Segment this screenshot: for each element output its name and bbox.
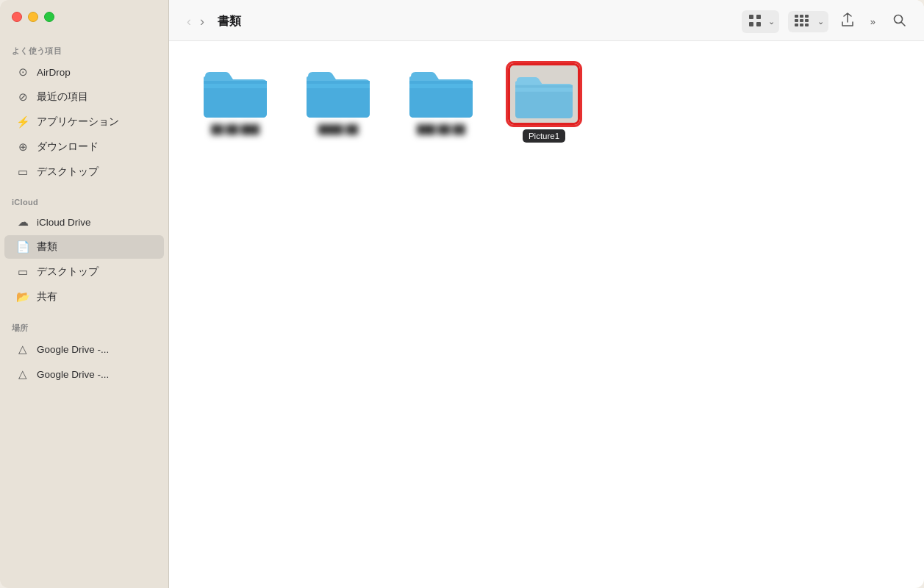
forward-button[interactable]: › (197, 12, 207, 31)
applications-icon: ⚡ (16, 115, 29, 129)
svg-rect-5 (800, 15, 803, 18)
google-drive-2-icon: △ (16, 368, 29, 381)
svg-line-14 (902, 23, 906, 26)
svg-rect-12 (805, 24, 809, 26)
file-grid: ██ ██ ███ ████ ██ ███ ██ █ (169, 41, 924, 588)
folder-icon-1 (202, 63, 268, 118)
recents-label: 最近の項目 (37, 90, 88, 104)
google-drive-1-label: Google Drive -... (37, 344, 109, 355)
svg-rect-9 (805, 19, 809, 22)
view-list-chevron-down[interactable]: ⌄ (816, 15, 825, 28)
folder-label-2: ████ ██ (318, 124, 358, 135)
svg-rect-8 (800, 19, 803, 22)
svg-rect-11 (800, 24, 803, 26)
nav-buttons: ‹ › (184, 12, 207, 31)
sidebar-item-google-drive-2[interactable]: △ Google Drive -... (4, 362, 164, 386)
folder-item-1[interactable]: ██ ██ ███ (198, 63, 272, 143)
toolbar-title: 書類 (218, 14, 241, 29)
downloads-label: ダウンロード (37, 140, 99, 154)
svg-rect-6 (805, 15, 809, 18)
icloud-drive-label: iCloud Drive (37, 217, 91, 228)
downloads-icon: ⊕ (16, 140, 29, 154)
sidebar-item-downloads[interactable]: ⊕ ダウンロード (4, 135, 164, 159)
sidebar-item-applications[interactable]: ⚡ アプリケーション (4, 110, 164, 134)
applications-label: アプリケーション (37, 115, 119, 129)
close-button[interactable] (12, 12, 22, 22)
svg-rect-10 (795, 24, 798, 26)
svg-rect-0 (749, 15, 753, 19)
main-content: ‹ › 書類 ⌄ (169, 0, 924, 588)
desktop-icloud-label: デスクトップ (37, 265, 99, 279)
sidebar-item-shared[interactable]: 📂 共有 (4, 285, 164, 309)
folder-label-3: ███ ██ ██ (417, 124, 465, 135)
maximize-button[interactable] (44, 12, 54, 22)
more-button[interactable]: » (867, 14, 880, 29)
folder-item-4[interactable]: Picture1 (507, 63, 581, 143)
documents-icon: 📄 (16, 240, 29, 254)
airdrop-icon: ⊙ (16, 65, 29, 79)
desktop-icloud-icon: ▭ (16, 265, 29, 279)
google-drive-1-icon: △ (16, 343, 29, 356)
documents-label: 書類 (37, 240, 57, 254)
svg-rect-2 (749, 22, 753, 26)
folder-icon-2 (305, 63, 371, 118)
view-switcher: ⌄ (742, 10, 779, 33)
folder-icon-4 (508, 63, 580, 125)
sidebar-item-documents[interactable]: 📄 書類 (4, 235, 164, 259)
sidebar-item-icloud-drive[interactable]: ☁ iCloud Drive (4, 210, 164, 234)
view-chevron-down[interactable]: ⌄ (767, 15, 776, 28)
view-switcher-list: ⌄ (788, 11, 828, 32)
view-icon-grid[interactable] (745, 12, 765, 32)
places-section-label: 場所 (0, 317, 168, 337)
airdrop-label: AirDrop (37, 67, 71, 78)
share-button[interactable] (837, 10, 858, 33)
favorites-section-label: よく使う項目 (0, 40, 168, 60)
icloud-section-label: iCloud (0, 192, 168, 209)
svg-rect-7 (795, 19, 798, 22)
folder-item-2[interactable]: ████ ██ (301, 63, 375, 143)
sidebar: よく使う項目 ⊙ AirDrop ⊘ 最近の項目 ⚡ アプリケーション ⊕ ダウ… (0, 0, 169, 588)
icloud-drive-icon: ☁ (16, 215, 29, 229)
folder-tooltip-4: Picture1 (523, 129, 565, 143)
traffic-lights (0, 12, 168, 40)
sidebar-item-airdrop[interactable]: ⊙ AirDrop (4, 60, 164, 84)
sidebar-item-desktop-icloud[interactable]: ▭ デスクトップ (4, 260, 164, 284)
sidebar-item-google-drive-1[interactable]: △ Google Drive -... (4, 337, 164, 361)
back-button[interactable]: ‹ (184, 12, 194, 31)
folder-item-3[interactable]: ███ ██ ██ (404, 63, 478, 143)
sidebar-item-recents[interactable]: ⊘ 最近の項目 (4, 85, 164, 109)
search-button[interactable] (889, 11, 909, 32)
shared-icon: 📂 (16, 290, 29, 304)
desktop-fav-icon: ▭ (16, 165, 29, 179)
svg-rect-3 (756, 22, 761, 26)
recents-icon: ⊘ (16, 90, 29, 104)
google-drive-2-label: Google Drive -... (37, 369, 109, 380)
minimize-button[interactable] (28, 12, 38, 22)
svg-rect-4 (795, 15, 798, 18)
view-icon-list[interactable] (791, 12, 814, 31)
folder-icon-3 (408, 63, 474, 118)
svg-rect-1 (756, 15, 761, 19)
toolbar: ‹ › 書類 ⌄ (169, 0, 924, 41)
shared-label: 共有 (37, 290, 57, 304)
svg-point-13 (895, 15, 903, 24)
sidebar-item-desktop-fav[interactable]: ▭ デスクトップ (4, 160, 164, 184)
folder-label-1: ██ ██ ███ (211, 124, 259, 135)
toolbar-right: ⌄ ⌄ (742, 10, 909, 33)
desktop-fav-label: デスクトップ (37, 165, 99, 179)
